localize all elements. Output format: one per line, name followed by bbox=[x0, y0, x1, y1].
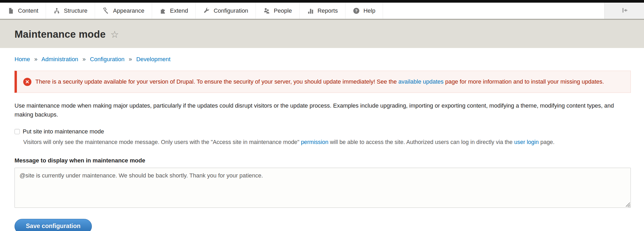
toolbar-tab-label: Extend bbox=[170, 7, 188, 14]
toolbar-tab-label: Reports bbox=[318, 7, 338, 14]
maintenance-mode-checkbox-row: Put site into maintenance mode bbox=[15, 128, 631, 135]
toolbar-tab-label: Configuration bbox=[214, 7, 248, 14]
admin-toolbar: Content Structure Appearance Extend Conf… bbox=[0, 3, 644, 19]
paintbrush-icon bbox=[102, 7, 109, 14]
breadcrumb-separator: » bbox=[129, 56, 132, 62]
maintenance-mode-checkbox-label[interactable]: Put site into maintenance mode bbox=[23, 128, 104, 135]
toolbar-tab-label: Structure bbox=[64, 7, 87, 14]
toolbar-orientation-toggle-button[interactable] bbox=[604, 3, 644, 19]
help-icon: ? bbox=[353, 7, 360, 14]
bar-chart-icon bbox=[307, 7, 314, 14]
toolbar-tab-structure[interactable]: Structure bbox=[46, 3, 95, 19]
page-title-text: Maintenance mode bbox=[15, 29, 106, 40]
available-updates-link[interactable]: available updates bbox=[398, 78, 443, 85]
breadcrumb-link-administration[interactable]: Administration bbox=[41, 56, 78, 62]
toolbar-tab-extend[interactable]: Extend bbox=[152, 3, 196, 19]
error-message-box: ✕ There is a security update available f… bbox=[15, 71, 631, 93]
save-configuration-button[interactable]: Save configuration bbox=[15, 219, 92, 231]
file-icon bbox=[7, 7, 14, 14]
breadcrumb-link-configuration[interactable]: Configuration bbox=[90, 56, 125, 62]
toolbar-tab-reports[interactable]: Reports bbox=[300, 3, 345, 19]
checkbox-description: Visitors will only see the maintenance m… bbox=[23, 138, 631, 146]
error-message-text: There is a security update available for… bbox=[35, 78, 604, 85]
sitemap-icon bbox=[53, 7, 60, 14]
toolbar-tab-help[interactable]: ? Help bbox=[345, 3, 383, 19]
page-header: Maintenance mode ☆ bbox=[0, 19, 644, 48]
user-login-link[interactable]: user login bbox=[514, 139, 539, 145]
toolbar-tab-content[interactable]: Content bbox=[0, 3, 46, 19]
toolbar-tab-label: Appearance bbox=[113, 7, 144, 14]
maintenance-message-textarea[interactable]: @site is currently under maintenance. We… bbox=[15, 168, 631, 208]
page-title: Maintenance mode ☆ bbox=[15, 29, 629, 40]
admin-top-bar bbox=[0, 0, 644, 3]
breadcrumb: Home » Administration » Configuration » … bbox=[15, 56, 631, 63]
maintenance-message-label: Message to display when in maintenance m… bbox=[15, 157, 631, 164]
breadcrumb-link-home[interactable]: Home bbox=[15, 56, 30, 62]
puzzle-icon bbox=[159, 7, 166, 14]
breadcrumb-link-development[interactable]: Development bbox=[136, 56, 171, 62]
error-icon: ✕ bbox=[23, 78, 31, 86]
toolbar-tab-people[interactable]: People bbox=[256, 3, 300, 19]
main-content: Home » Administration » Configuration » … bbox=[0, 56, 644, 231]
toolbar-collapse-icon bbox=[621, 6, 628, 15]
people-icon bbox=[263, 7, 270, 14]
svg-text:?: ? bbox=[355, 8, 357, 13]
wrench-icon bbox=[203, 7, 210, 14]
toolbar-tab-label: Content bbox=[18, 7, 38, 14]
intro-paragraph: Use maintenance mode when making major u… bbox=[15, 101, 631, 119]
maintenance-mode-checkbox[interactable] bbox=[15, 129, 20, 134]
toolbar-spacer bbox=[383, 3, 604, 19]
maintenance-message-field-wrap: @site is currently under maintenance. We… bbox=[15, 168, 631, 208]
permission-link[interactable]: permission bbox=[301, 139, 328, 145]
toolbar-tab-label: Help bbox=[363, 7, 375, 14]
favorite-star-icon[interactable]: ☆ bbox=[110, 30, 119, 39]
toolbar-tab-appearance[interactable]: Appearance bbox=[95, 3, 152, 19]
toolbar-tab-configuration[interactable]: Configuration bbox=[196, 3, 256, 19]
breadcrumb-separator: » bbox=[34, 56, 37, 62]
toolbar-tab-label: People bbox=[274, 7, 292, 14]
breadcrumb-separator: » bbox=[82, 56, 86, 62]
